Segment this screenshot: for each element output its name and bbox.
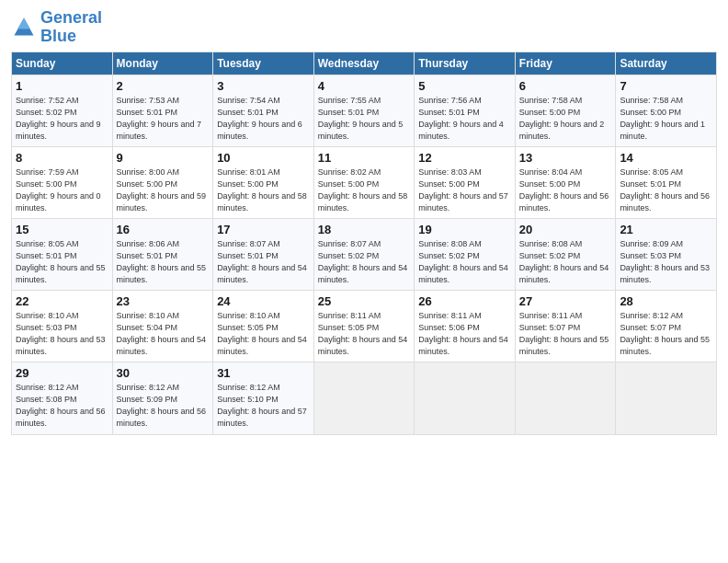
day-number: 13 xyxy=(519,151,612,165)
day-number: 22 xyxy=(16,294,108,308)
day-info: Sunrise: 8:02 AMSunset: 5:00 PMDaylight:… xyxy=(318,167,411,214)
calendar-cell: 29Sunrise: 8:12 AMSunset: 5:08 PMDayligh… xyxy=(12,362,113,434)
calendar-cell: 20Sunrise: 8:08 AMSunset: 5:02 PMDayligh… xyxy=(515,218,616,290)
calendar-cell: 10Sunrise: 8:01 AMSunset: 5:00 PMDayligh… xyxy=(213,146,314,218)
day-info: Sunrise: 7:54 AMSunset: 5:01 PMDaylight:… xyxy=(217,95,310,143)
day-number: 2 xyxy=(117,79,210,93)
calendar-cell: 18Sunrise: 8:07 AMSunset: 5:02 PMDayligh… xyxy=(313,218,415,290)
day-info: Sunrise: 8:08 AMSunset: 5:02 PMDaylight:… xyxy=(418,238,511,286)
day-info: Sunrise: 8:10 AMSunset: 5:04 PMDaylight:… xyxy=(117,310,210,358)
logo: General Blue xyxy=(11,9,102,46)
calendar-week-row: 8Sunrise: 7:59 AMSunset: 5:00 PMDaylight… xyxy=(12,146,717,218)
day-info: Sunrise: 8:05 AMSunset: 5:01 PMDaylight:… xyxy=(620,167,712,214)
logo-icon xyxy=(11,15,37,40)
calendar-cell: 25Sunrise: 8:11 AMSunset: 5:05 PMDayligh… xyxy=(313,291,415,362)
day-number: 28 xyxy=(620,294,712,308)
day-info: Sunrise: 8:12 AMSunset: 5:08 PMDaylight:… xyxy=(16,382,108,430)
day-number: 9 xyxy=(117,151,210,165)
day-info: Sunrise: 7:56 AMSunset: 5:01 PMDaylight:… xyxy=(418,95,511,143)
day-number: 15 xyxy=(16,223,108,236)
day-info: Sunrise: 8:05 AMSunset: 5:01 PMDaylight:… xyxy=(16,238,108,286)
day-number: 25 xyxy=(318,294,411,308)
calendar-cell: 16Sunrise: 8:06 AMSunset: 5:01 PMDayligh… xyxy=(112,218,213,290)
day-number: 10 xyxy=(217,151,310,165)
day-info: Sunrise: 7:58 AMSunset: 5:00 PMDaylight:… xyxy=(620,95,712,143)
calendar-day-header: Wednesday xyxy=(313,52,415,75)
day-number: 30 xyxy=(117,366,210,380)
day-info: Sunrise: 7:59 AMSunset: 5:00 PMDaylight:… xyxy=(16,167,108,214)
day-number: 21 xyxy=(620,223,712,236)
calendar-cell: 13Sunrise: 8:04 AMSunset: 5:00 PMDayligh… xyxy=(515,146,616,218)
calendar-cell: 22Sunrise: 8:10 AMSunset: 5:03 PMDayligh… xyxy=(12,291,113,362)
day-info: Sunrise: 8:10 AMSunset: 5:05 PMDaylight:… xyxy=(217,310,310,358)
day-info: Sunrise: 8:01 AMSunset: 5:00 PMDaylight:… xyxy=(217,167,310,214)
day-info: Sunrise: 8:06 AMSunset: 5:01 PMDaylight:… xyxy=(117,238,210,286)
calendar-cell: 28Sunrise: 8:12 AMSunset: 5:07 PMDayligh… xyxy=(616,291,717,362)
day-number: 17 xyxy=(217,223,310,236)
calendar-cell: 14Sunrise: 8:05 AMSunset: 5:01 PMDayligh… xyxy=(616,146,717,218)
calendar-day-header: Monday xyxy=(112,52,213,75)
day-number: 1 xyxy=(16,79,108,93)
calendar-container: General Blue SundayMondayTuesdayWednesda… xyxy=(0,0,728,442)
calendar-table: SundayMondayTuesdayWednesdayThursdayFrid… xyxy=(11,52,717,435)
calendar-cell: 3Sunrise: 7:54 AMSunset: 5:01 PMDaylight… xyxy=(213,75,314,146)
calendar-cell: 7Sunrise: 7:58 AMSunset: 5:00 PMDaylight… xyxy=(616,75,717,146)
calendar-header-row: SundayMondayTuesdayWednesdayThursdayFrid… xyxy=(12,52,717,75)
calendar-cell: 8Sunrise: 7:59 AMSunset: 5:00 PMDaylight… xyxy=(12,146,113,218)
header: General Blue xyxy=(11,9,717,46)
calendar-cell: 23Sunrise: 8:10 AMSunset: 5:04 PMDayligh… xyxy=(112,291,213,362)
calendar-cell: 31Sunrise: 8:12 AMSunset: 5:10 PMDayligh… xyxy=(213,362,314,434)
svg-marker-1 xyxy=(17,17,30,29)
calendar-day-header: Sunday xyxy=(12,52,113,75)
day-info: Sunrise: 7:55 AMSunset: 5:01 PMDaylight:… xyxy=(318,95,411,143)
day-number: 12 xyxy=(418,151,511,165)
calendar-cell: 1Sunrise: 7:52 AMSunset: 5:02 PMDaylight… xyxy=(12,75,113,146)
day-info: Sunrise: 7:53 AMSunset: 5:01 PMDaylight:… xyxy=(117,95,210,143)
day-number: 5 xyxy=(418,79,511,93)
day-info: Sunrise: 8:11 AMSunset: 5:07 PMDaylight:… xyxy=(519,310,612,358)
calendar-week-row: 22Sunrise: 8:10 AMSunset: 5:03 PMDayligh… xyxy=(12,291,717,362)
day-info: Sunrise: 8:12 AMSunset: 5:10 PMDaylight:… xyxy=(217,382,310,430)
day-info: Sunrise: 8:08 AMSunset: 5:02 PMDaylight:… xyxy=(519,238,612,286)
calendar-cell: 17Sunrise: 8:07 AMSunset: 5:01 PMDayligh… xyxy=(213,218,314,290)
calendar-week-row: 15Sunrise: 8:05 AMSunset: 5:01 PMDayligh… xyxy=(12,218,717,290)
calendar-cell xyxy=(616,362,717,434)
day-number: 4 xyxy=(318,79,411,93)
calendar-cell: 11Sunrise: 8:02 AMSunset: 5:00 PMDayligh… xyxy=(313,146,415,218)
calendar-day-header: Thursday xyxy=(415,52,516,75)
day-info: Sunrise: 8:11 AMSunset: 5:05 PMDaylight:… xyxy=(318,310,411,358)
day-number: 8 xyxy=(16,151,108,165)
calendar-cell xyxy=(515,362,616,434)
day-info: Sunrise: 8:04 AMSunset: 5:00 PMDaylight:… xyxy=(519,167,612,214)
day-info: Sunrise: 8:03 AMSunset: 5:00 PMDaylight:… xyxy=(418,167,511,214)
day-info: Sunrise: 8:09 AMSunset: 5:03 PMDaylight:… xyxy=(620,238,712,286)
calendar-day-header: Friday xyxy=(515,52,616,75)
day-info: Sunrise: 8:12 AMSunset: 5:09 PMDaylight:… xyxy=(117,382,210,430)
calendar-cell xyxy=(415,362,516,434)
day-info: Sunrise: 8:12 AMSunset: 5:07 PMDaylight:… xyxy=(620,310,712,358)
day-number: 31 xyxy=(217,366,310,380)
calendar-cell: 5Sunrise: 7:56 AMSunset: 5:01 PMDaylight… xyxy=(415,75,516,146)
day-number: 29 xyxy=(16,366,108,380)
calendar-cell xyxy=(313,362,415,434)
calendar-day-header: Saturday xyxy=(616,52,717,75)
day-number: 16 xyxy=(117,223,210,236)
calendar-cell: 15Sunrise: 8:05 AMSunset: 5:01 PMDayligh… xyxy=(12,218,113,290)
day-number: 6 xyxy=(519,79,612,93)
day-number: 11 xyxy=(318,151,411,165)
day-number: 26 xyxy=(418,294,511,308)
calendar-cell: 9Sunrise: 8:00 AMSunset: 5:00 PMDaylight… xyxy=(112,146,213,218)
day-number: 7 xyxy=(620,79,712,93)
calendar-cell: 26Sunrise: 8:11 AMSunset: 5:06 PMDayligh… xyxy=(415,291,516,362)
calendar-cell: 21Sunrise: 8:09 AMSunset: 5:03 PMDayligh… xyxy=(616,218,717,290)
day-number: 20 xyxy=(519,223,612,236)
day-info: Sunrise: 8:11 AMSunset: 5:06 PMDaylight:… xyxy=(418,310,511,358)
calendar-cell: 6Sunrise: 7:58 AMSunset: 5:00 PMDaylight… xyxy=(515,75,616,146)
day-number: 18 xyxy=(318,223,411,236)
day-info: Sunrise: 7:58 AMSunset: 5:00 PMDaylight:… xyxy=(519,95,612,143)
day-info: Sunrise: 8:00 AMSunset: 5:00 PMDaylight:… xyxy=(117,167,210,214)
calendar-cell: 12Sunrise: 8:03 AMSunset: 5:00 PMDayligh… xyxy=(415,146,516,218)
day-info: Sunrise: 8:07 AMSunset: 5:01 PMDaylight:… xyxy=(217,238,310,286)
calendar-cell: 27Sunrise: 8:11 AMSunset: 5:07 PMDayligh… xyxy=(515,291,616,362)
day-number: 24 xyxy=(217,294,310,308)
